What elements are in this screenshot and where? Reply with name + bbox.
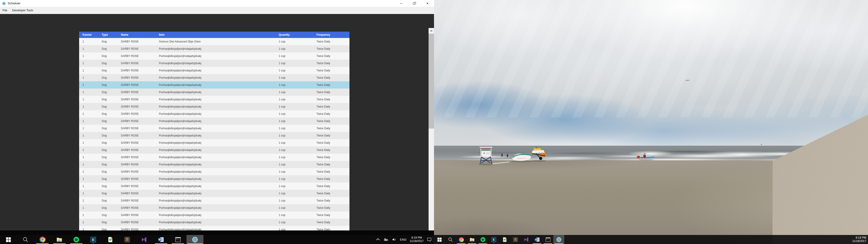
column-header-name[interactable]: Name bbox=[121, 33, 159, 36]
cell-name: DARBY ROSE bbox=[121, 76, 159, 79]
taskbar-button-notepad-plus-plus[interactable] bbox=[102, 235, 119, 244]
table-row[interactable]: 1DogDARBY ROSEScience Diet Advanced Obje… bbox=[79, 38, 349, 45]
taskbar-button-file-explorer[interactable] bbox=[467, 235, 477, 244]
taskbar-button-start[interactable] bbox=[434, 235, 445, 244]
taskbar-button-chrome[interactable] bbox=[34, 235, 51, 244]
seagull-icon bbox=[685, 80, 689, 81]
table-row[interactable]: 1DogDARBY ROSEPurinasjkdksjadjasnjhsdaja… bbox=[79, 74, 349, 81]
table-row[interactable]: 1DogDARBY ROSEPurinasjkdksjadjasnjhsdaja… bbox=[79, 53, 349, 60]
cell-item: Purinasjkdksjadjasnjhsdajadsjdsakj bbox=[159, 156, 279, 159]
volume-icon[interactable] bbox=[392, 238, 397, 242]
cell-frequency: Twice Daily bbox=[316, 69, 349, 72]
taskbar-button-command-prompt[interactable]: C:\_ bbox=[542, 235, 553, 244]
battery-icon[interactable] bbox=[383, 238, 389, 242]
cell-item: Purinasjkdksjadjasnjhsdajadsjdsakj bbox=[159, 170, 279, 173]
table-row[interactable]: 1DogDARBY ROSEPurinasjkdksjadjasnjhsdaja… bbox=[79, 67, 349, 74]
taskbar-button-visual-studio[interactable] bbox=[521, 235, 532, 244]
column-header-quantity[interactable]: Quantity bbox=[279, 33, 316, 36]
taskbar-button-e-editor[interactable]: E bbox=[85, 235, 102, 244]
table-row[interactable]: 1DogDARBY ROSEPurinasjkdksjadjasnjhsdaja… bbox=[79, 110, 349, 118]
taskbar-button-start[interactable] bbox=[0, 235, 17, 244]
chrome-icon bbox=[39, 237, 45, 243]
table-row[interactable]: 1DogDARBY ROSEPurinasjkdksjadjasnjhsdaja… bbox=[79, 183, 349, 190]
restore-button[interactable] bbox=[408, 0, 421, 7]
taskbar-button-electron-scheduler[interactable] bbox=[553, 235, 564, 244]
right-clock-time: 8:19 PM bbox=[856, 236, 866, 239]
taskbar-button-notepad-plus-plus[interactable] bbox=[499, 235, 510, 244]
minimize-button[interactable] bbox=[395, 0, 408, 7]
table-row[interactable]: 1DogDARBY ROSEPurinasjkdksjadjasnjhsdaja… bbox=[79, 154, 349, 161]
table-row[interactable]: 1DogDARBY ROSEPurinasjkdksjadjasnjhsdaja… bbox=[79, 219, 349, 226]
right-taskbar-clock[interactable]: 8:19 PM 11/18/2017 bbox=[852, 236, 866, 243]
table-row[interactable]: 1DogDARBY ROSEPurinasjkdksjadjasnjhsdaja… bbox=[79, 197, 349, 204]
start-icon bbox=[5, 237, 11, 243]
taskbar-button-electron-scheduler[interactable] bbox=[186, 235, 204, 244]
table-row[interactable]: 1DogDARBY ROSEPurinasjkdksjadjasnjhsdaja… bbox=[79, 103, 349, 110]
column-header-type[interactable]: Type bbox=[102, 33, 121, 36]
beach-plank bbox=[492, 161, 509, 164]
cell-type: Dog bbox=[102, 105, 121, 108]
action-center-icon[interactable] bbox=[427, 238, 432, 242]
cell-frequency: Twice Daily bbox=[316, 98, 349, 101]
cell-frequency: Twice Daily bbox=[316, 83, 349, 87]
table-row[interactable]: 1DogDARBY ROSEPurinasjkdksjadjasnjhsdaja… bbox=[79, 125, 349, 132]
cell-quantity: 1 cup bbox=[279, 206, 316, 209]
table-row[interactable]: 1DogDARBY ROSEPurinasjkdksjadjasnjhsdaja… bbox=[79, 190, 349, 197]
table-row[interactable]: 1DogDARBY ROSEPurinasjkdksjadjasnjhsdaja… bbox=[79, 175, 349, 183]
table-row[interactable]: 1DogDARBY ROSEPurinasjkdksjadjasnjhsdaja… bbox=[79, 211, 349, 219]
close-button[interactable]: × bbox=[421, 0, 434, 7]
cell-frequency: Twice Daily bbox=[316, 112, 349, 116]
table-row[interactable]: 1DogDARBY ROSEPurinasjkdksjadjasnjhsdaja… bbox=[79, 168, 349, 175]
table-row[interactable]: 1DogDARBY ROSEPurinasjkdksjadjasnjhsdaja… bbox=[79, 132, 349, 139]
cell-name: DARBY ROSE bbox=[121, 185, 159, 188]
cell-frequency: Twice Daily bbox=[316, 55, 349, 58]
taskbar-button-word[interactable]: W bbox=[153, 235, 169, 244]
cell-name: DARBY ROSE bbox=[121, 47, 159, 50]
language-indicator[interactable]: ENG bbox=[400, 238, 406, 241]
table-row[interactable]: 1DogDARBY ROSEPurinasjkdksjadjasnjhsdaja… bbox=[79, 118, 349, 125]
scroll-up-button[interactable] bbox=[429, 28, 434, 33]
table-row[interactable]: 1DogDARBY ROSEPurinasjkdksjadjasnjhsdaja… bbox=[79, 146, 349, 154]
taskbar-button-word[interactable]: W bbox=[532, 235, 542, 244]
taskbar-button-chrome[interactable] bbox=[456, 235, 467, 244]
cell-kennel: 1 bbox=[79, 55, 102, 58]
cell-quantity: 1 cup bbox=[279, 134, 316, 137]
taskbar-button-search[interactable] bbox=[445, 235, 456, 244]
right-show-desktop-button[interactable] bbox=[867, 236, 868, 243]
cell-kennel: 1 bbox=[79, 105, 102, 108]
taskbar-button-e-editor[interactable]: E bbox=[488, 235, 499, 244]
taskbar-button-file-explorer[interactable] bbox=[51, 235, 68, 244]
cell-frequency: Twice Daily bbox=[316, 192, 349, 195]
table-row[interactable]: 1DogDARBY ROSEPurinasjkdksjadjasnjhsdaja… bbox=[79, 226, 349, 231]
scrollbar-thumb[interactable] bbox=[429, 34, 434, 128]
taskbar-button-spotify[interactable] bbox=[68, 235, 85, 244]
cell-item: Purinasjkdksjadjasnjhsdajadsjdsakj bbox=[159, 98, 279, 101]
table-row[interactable]: 1DogDARBY ROSEPurinasjkdksjadjasnjhsdaja… bbox=[79, 60, 349, 67]
taskbar-button-sublime-text[interactable]: S bbox=[119, 235, 135, 244]
taskbar-button-sublime-text[interactable]: S bbox=[510, 235, 521, 244]
table-row-selected[interactable]: 1DogDARBY ROSEPurinasjkdksjadjasnjhsdaja… bbox=[79, 81, 349, 89]
column-header-item[interactable]: Item bbox=[159, 33, 279, 36]
column-header-kennel[interactable]: Kennel bbox=[79, 33, 102, 36]
taskbar-clock[interactable]: 8:19 PM 11/18/2017 bbox=[410, 236, 424, 243]
table-row[interactable]: 1DogDARBY ROSEPurinasjkdksjadjasnjhsdaja… bbox=[79, 96, 349, 103]
cell-type: Dog bbox=[102, 91, 121, 94]
table-row[interactable]: 1DogDARBY ROSEPurinasjkdksjadjasnjhsdaja… bbox=[79, 45, 349, 53]
column-header-frequency[interactable]: Frequency bbox=[316, 33, 349, 36]
table-row[interactable]: 1DogDARBY ROSEPurinasjkdksjadjasnjhsdaja… bbox=[79, 89, 349, 96]
taskbar-button-visual-studio[interactable] bbox=[135, 235, 153, 244]
table-row[interactable]: 1DogDARBY ROSEPurinasjkdksjadjasnjhsdaja… bbox=[79, 204, 349, 211]
cell-type: Dog bbox=[102, 134, 121, 137]
tray-overflow-chevron-icon[interactable] bbox=[375, 238, 380, 242]
table-row[interactable]: 1DogDARBY ROSEPurinasjkdksjadjasnjhsdaja… bbox=[79, 139, 349, 146]
table-row[interactable]: 1DogDARBY ROSEPurinasjkdksjadjasnjhsdaja… bbox=[79, 161, 349, 168]
desktop-strip bbox=[0, 231, 434, 235]
menu-developer-tools[interactable]: Developer Tools bbox=[10, 7, 36, 14]
taskbar-button-spotify[interactable] bbox=[477, 235, 488, 244]
taskbar-button-command-prompt[interactable]: C:\_ bbox=[169, 235, 186, 244]
cell-type: Dog bbox=[102, 76, 121, 79]
table-body: 1DogDARBY ROSEScience Diet Advanced Obje… bbox=[79, 38, 349, 231]
vertical-scrollbar[interactable] bbox=[429, 28, 434, 231]
menu-file[interactable]: File bbox=[0, 7, 10, 14]
taskbar-button-search[interactable] bbox=[17, 235, 34, 244]
